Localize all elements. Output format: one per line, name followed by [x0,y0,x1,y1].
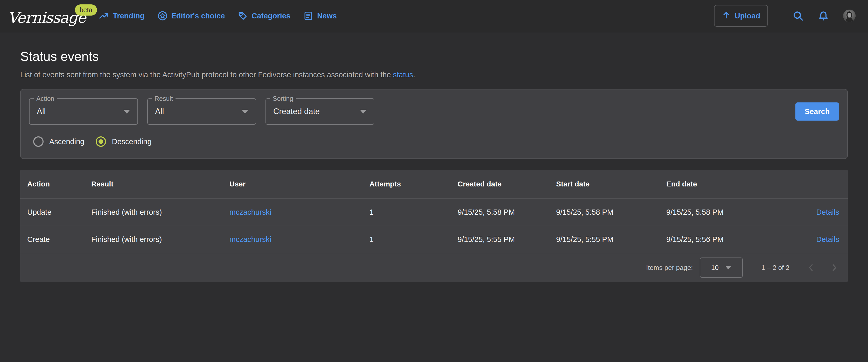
radio-ascending-label: Ascending [49,138,84,146]
radio-circle-icon [96,137,106,147]
result-select[interactable]: Result All [147,98,256,125]
cell-end-date: 9/15/25, 5:58 PM [666,208,778,216]
cell-action: Update [27,208,91,216]
radio-ascending[interactable]: Ascending [33,137,84,147]
cell-details: Details [778,208,839,216]
upload-label: Upload [735,12,760,20]
items-per-page-select[interactable]: 10 [700,258,743,278]
chevron-left-icon[interactable] [806,263,816,273]
table-header-row: Action Result User Attempts Created date… [20,170,848,199]
action-select[interactable]: Action All [29,98,138,125]
main-nav: Trending Editor's choice Categories [99,11,337,21]
details-link[interactable]: Details [816,208,839,216]
sorting-select[interactable]: Sorting Created date [266,98,374,125]
cell-start-date: 9/15/25, 5:58 PM [556,208,666,216]
cell-end-date: 9/15/25, 5:56 PM [666,235,778,244]
radio-descending-label: Descending [112,138,151,146]
user-link[interactable]: mczachurski [229,235,271,243]
nav-item-news[interactable]: News [303,11,337,21]
nav-label: News [317,12,337,20]
beta-badge: beta [75,4,97,16]
col-header-created-date: Created date [458,180,556,188]
status-events-table: Action Result User Attempts Created date… [20,170,848,282]
items-per-page-label: Items per page: [646,264,693,272]
col-header-attempts: Attempts [369,180,458,188]
cell-result: Finished (with errors) [91,208,229,216]
cell-attempts: 1 [369,235,458,244]
paginator: Items per page: 10 1 – 2 of 2 [20,253,848,282]
search-button[interactable]: Search [796,102,839,121]
description-period: . [413,70,415,79]
items-per-page-value: 10 [711,264,719,272]
page-description: List of events sent from the system via … [20,70,848,79]
chevron-down-icon [360,110,367,114]
news-icon [303,11,313,21]
filter-fields-row: Action All Result All Sorting Created da… [29,98,839,125]
status-link[interactable]: status [393,70,413,79]
col-header-end-date: End date [666,180,778,188]
cell-attempts: 1 [369,208,458,216]
col-header-start-date: Start date [556,180,666,188]
trending-up-icon [99,11,109,21]
action-select-label: Action [34,95,57,102]
nav-label: Editor's choice [172,12,225,20]
main-content: Status events List of events sent from t… [0,50,868,282]
cell-start-date: 9/15/25, 5:55 PM [556,235,666,244]
topbar-actions: Upload [714,5,856,27]
upload-button[interactable]: Upload [714,5,768,27]
nav-label: Trending [113,12,145,20]
star-circle-icon [158,11,167,21]
chevron-down-icon [725,266,731,269]
avatar[interactable] [843,9,856,22]
topbar: Vernissage beta Trending Editor's choice [0,0,868,32]
nav-label: Categories [251,12,290,20]
result-select-value: All [155,107,164,116]
nav-item-trending[interactable]: Trending [99,11,145,21]
nav-item-editors-choice[interactable]: Editor's choice [158,11,225,21]
page-range-label: 1 – 2 of 2 [762,264,789,272]
chevron-right-icon[interactable] [829,263,839,273]
radio-descending[interactable]: Descending [96,137,151,147]
cell-result: Finished (with errors) [91,235,229,244]
radio-circle-icon [33,137,43,147]
filter-panel: Action All Result All Sorting Created da… [20,89,848,159]
search-icon[interactable] [792,10,804,22]
cell-action: Create [27,235,91,244]
vernissage-logo[interactable]: Vernissage beta [8,6,86,25]
result-select-label: Result [152,95,176,102]
table-row: Update Finished (with errors) mczachursk… [20,199,848,225]
radio-dot [98,139,103,144]
page-title: Status events [20,50,848,64]
logo-text: Vernissage [8,6,86,25]
sorting-select-label: Sorting [270,95,296,102]
sorting-select-value: Created date [273,107,320,116]
chevron-down-icon [123,110,130,114]
details-link[interactable]: Details [816,235,839,243]
description-text: List of events sent from the system via … [20,70,393,79]
table-row: Create Finished (with errors) mczachursk… [20,225,848,253]
bell-icon[interactable] [818,10,829,22]
cell-user: mczachurski [229,208,369,216]
sort-order-radios: Ascending Descending [29,134,839,149]
col-header-result: Result [91,180,229,188]
chevron-down-icon [242,110,248,114]
nav-item-categories[interactable]: Categories [238,11,290,21]
col-header-action: Action [27,180,91,188]
tag-heart-icon [238,11,248,21]
cell-created-date: 9/15/25, 5:58 PM [458,208,556,216]
topbar-divider [780,8,780,24]
col-header-user: User [229,180,369,188]
cell-user: mczachurski [229,235,369,244]
upload-icon [722,11,731,21]
user-link[interactable]: mczachurski [229,208,271,216]
action-select-value: All [37,107,45,116]
cell-details: Details [778,235,839,244]
cell-created-date: 9/15/25, 5:55 PM [458,235,556,244]
